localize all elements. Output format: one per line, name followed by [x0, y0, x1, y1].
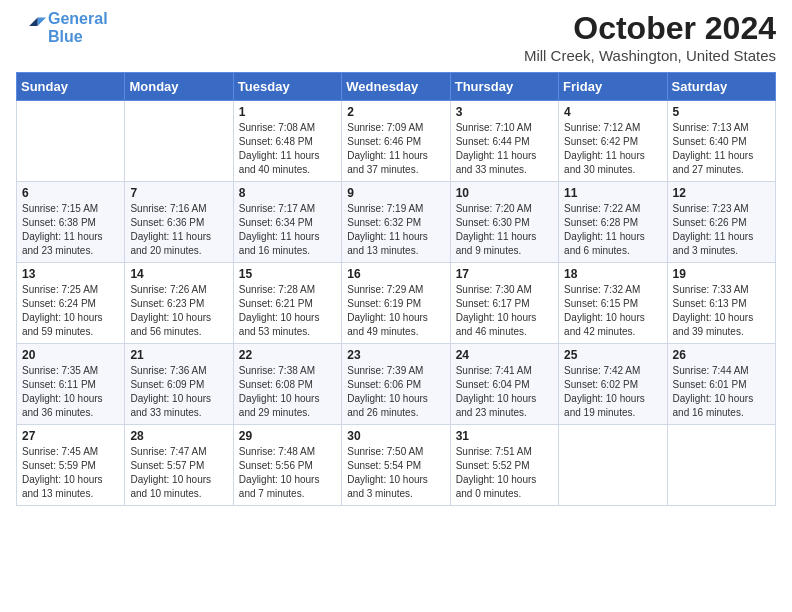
day-info: Sunrise: 7:15 AM Sunset: 6:38 PM Dayligh…: [22, 202, 119, 258]
day-info: Sunrise: 7:29 AM Sunset: 6:19 PM Dayligh…: [347, 283, 444, 339]
day-info: Sunrise: 7:23 AM Sunset: 6:26 PM Dayligh…: [673, 202, 770, 258]
day-cell: 12Sunrise: 7:23 AM Sunset: 6:26 PM Dayli…: [667, 182, 775, 263]
calendar-body: 1Sunrise: 7:08 AM Sunset: 6:48 PM Daylig…: [17, 101, 776, 506]
day-cell: 20Sunrise: 7:35 AM Sunset: 6:11 PM Dayli…: [17, 344, 125, 425]
day-cell: 6Sunrise: 7:15 AM Sunset: 6:38 PM Daylig…: [17, 182, 125, 263]
week-row-4: 20Sunrise: 7:35 AM Sunset: 6:11 PM Dayli…: [17, 344, 776, 425]
day-info: Sunrise: 7:42 AM Sunset: 6:02 PM Dayligh…: [564, 364, 661, 420]
day-number: 28: [130, 429, 227, 443]
day-number: 4: [564, 105, 661, 119]
day-number: 2: [347, 105, 444, 119]
day-number: 13: [22, 267, 119, 281]
day-cell: 17Sunrise: 7:30 AM Sunset: 6:17 PM Dayli…: [450, 263, 558, 344]
day-cell: 2Sunrise: 7:09 AM Sunset: 6:46 PM Daylig…: [342, 101, 450, 182]
day-cell: 22Sunrise: 7:38 AM Sunset: 6:08 PM Dayli…: [233, 344, 341, 425]
calendar: SundayMondayTuesdayWednesdayThursdayFrid…: [16, 72, 776, 506]
day-cell: 29Sunrise: 7:48 AM Sunset: 5:56 PM Dayli…: [233, 425, 341, 506]
day-number: 20: [22, 348, 119, 362]
logo: General Blue: [16, 10, 108, 45]
day-info: Sunrise: 7:41 AM Sunset: 6:04 PM Dayligh…: [456, 364, 553, 420]
logo-icon: [18, 12, 46, 40]
day-info: Sunrise: 7:47 AM Sunset: 5:57 PM Dayligh…: [130, 445, 227, 501]
day-info: Sunrise: 7:50 AM Sunset: 5:54 PM Dayligh…: [347, 445, 444, 501]
day-cell: 21Sunrise: 7:36 AM Sunset: 6:09 PM Dayli…: [125, 344, 233, 425]
week-row-1: 1Sunrise: 7:08 AM Sunset: 6:48 PM Daylig…: [17, 101, 776, 182]
day-header-monday: Monday: [125, 73, 233, 101]
day-cell: 25Sunrise: 7:42 AM Sunset: 6:02 PM Dayli…: [559, 344, 667, 425]
week-row-5: 27Sunrise: 7:45 AM Sunset: 5:59 PM Dayli…: [17, 425, 776, 506]
day-cell: 30Sunrise: 7:50 AM Sunset: 5:54 PM Dayli…: [342, 425, 450, 506]
day-cell: 9Sunrise: 7:19 AM Sunset: 6:32 PM Daylig…: [342, 182, 450, 263]
day-cell: 16Sunrise: 7:29 AM Sunset: 6:19 PM Dayli…: [342, 263, 450, 344]
day-info: Sunrise: 7:45 AM Sunset: 5:59 PM Dayligh…: [22, 445, 119, 501]
logo-text-blue: Blue: [48, 28, 108, 46]
day-cell: 24Sunrise: 7:41 AM Sunset: 6:04 PM Dayli…: [450, 344, 558, 425]
day-number: 15: [239, 267, 336, 281]
day-info: Sunrise: 7:35 AM Sunset: 6:11 PM Dayligh…: [22, 364, 119, 420]
day-cell: 28Sunrise: 7:47 AM Sunset: 5:57 PM Dayli…: [125, 425, 233, 506]
day-info: Sunrise: 7:33 AM Sunset: 6:13 PM Dayligh…: [673, 283, 770, 339]
day-number: 10: [456, 186, 553, 200]
day-cell: 8Sunrise: 7:17 AM Sunset: 6:34 PM Daylig…: [233, 182, 341, 263]
day-info: Sunrise: 7:30 AM Sunset: 6:17 PM Dayligh…: [456, 283, 553, 339]
day-number: 12: [673, 186, 770, 200]
day-cell: 7Sunrise: 7:16 AM Sunset: 6:36 PM Daylig…: [125, 182, 233, 263]
day-cell: 18Sunrise: 7:32 AM Sunset: 6:15 PM Dayli…: [559, 263, 667, 344]
day-number: 18: [564, 267, 661, 281]
day-cell: 19Sunrise: 7:33 AM Sunset: 6:13 PM Dayli…: [667, 263, 775, 344]
day-info: Sunrise: 7:25 AM Sunset: 6:24 PM Dayligh…: [22, 283, 119, 339]
day-info: Sunrise: 7:10 AM Sunset: 6:44 PM Dayligh…: [456, 121, 553, 177]
main-title: October 2024: [524, 10, 776, 47]
day-info: Sunrise: 7:19 AM Sunset: 6:32 PM Dayligh…: [347, 202, 444, 258]
day-cell: 23Sunrise: 7:39 AM Sunset: 6:06 PM Dayli…: [342, 344, 450, 425]
day-cell: 31Sunrise: 7:51 AM Sunset: 5:52 PM Dayli…: [450, 425, 558, 506]
day-number: 3: [456, 105, 553, 119]
day-info: Sunrise: 7:08 AM Sunset: 6:48 PM Dayligh…: [239, 121, 336, 177]
day-info: Sunrise: 7:13 AM Sunset: 6:40 PM Dayligh…: [673, 121, 770, 177]
day-number: 8: [239, 186, 336, 200]
title-block: October 2024 Mill Creek, Washington, Uni…: [524, 10, 776, 64]
calendar-header: SundayMondayTuesdayWednesdayThursdayFrid…: [17, 73, 776, 101]
subtitle: Mill Creek, Washington, United States: [524, 47, 776, 64]
logo-text-general: General: [48, 10, 108, 28]
day-number: 25: [564, 348, 661, 362]
day-number: 30: [347, 429, 444, 443]
day-number: 7: [130, 186, 227, 200]
day-info: Sunrise: 7:26 AM Sunset: 6:23 PM Dayligh…: [130, 283, 227, 339]
day-number: 24: [456, 348, 553, 362]
day-info: Sunrise: 7:20 AM Sunset: 6:30 PM Dayligh…: [456, 202, 553, 258]
day-cell: 15Sunrise: 7:28 AM Sunset: 6:21 PM Dayli…: [233, 263, 341, 344]
day-number: 6: [22, 186, 119, 200]
svg-marker-0: [38, 17, 46, 25]
day-info: Sunrise: 7:17 AM Sunset: 6:34 PM Dayligh…: [239, 202, 336, 258]
day-header-thursday: Thursday: [450, 73, 558, 101]
day-header-tuesday: Tuesday: [233, 73, 341, 101]
day-cell: 3Sunrise: 7:10 AM Sunset: 6:44 PM Daylig…: [450, 101, 558, 182]
day-number: 26: [673, 348, 770, 362]
day-cell: 13Sunrise: 7:25 AM Sunset: 6:24 PM Dayli…: [17, 263, 125, 344]
day-header-wednesday: Wednesday: [342, 73, 450, 101]
day-cell: 14Sunrise: 7:26 AM Sunset: 6:23 PM Dayli…: [125, 263, 233, 344]
day-cell: [667, 425, 775, 506]
day-info: Sunrise: 7:38 AM Sunset: 6:08 PM Dayligh…: [239, 364, 336, 420]
week-row-2: 6Sunrise: 7:15 AM Sunset: 6:38 PM Daylig…: [17, 182, 776, 263]
day-cell: 1Sunrise: 7:08 AM Sunset: 6:48 PM Daylig…: [233, 101, 341, 182]
day-info: Sunrise: 7:28 AM Sunset: 6:21 PM Dayligh…: [239, 283, 336, 339]
day-cell: 27Sunrise: 7:45 AM Sunset: 5:59 PM Dayli…: [17, 425, 125, 506]
day-number: 23: [347, 348, 444, 362]
day-cell: [125, 101, 233, 182]
day-number: 14: [130, 267, 227, 281]
day-number: 5: [673, 105, 770, 119]
day-info: Sunrise: 7:32 AM Sunset: 6:15 PM Dayligh…: [564, 283, 661, 339]
day-cell: 11Sunrise: 7:22 AM Sunset: 6:28 PM Dayli…: [559, 182, 667, 263]
day-info: Sunrise: 7:16 AM Sunset: 6:36 PM Dayligh…: [130, 202, 227, 258]
day-number: 31: [456, 429, 553, 443]
day-number: 11: [564, 186, 661, 200]
day-number: 9: [347, 186, 444, 200]
day-info: Sunrise: 7:44 AM Sunset: 6:01 PM Dayligh…: [673, 364, 770, 420]
day-info: Sunrise: 7:22 AM Sunset: 6:28 PM Dayligh…: [564, 202, 661, 258]
day-cell: 26Sunrise: 7:44 AM Sunset: 6:01 PM Dayli…: [667, 344, 775, 425]
day-number: 29: [239, 429, 336, 443]
day-number: 17: [456, 267, 553, 281]
day-header-saturday: Saturday: [667, 73, 775, 101]
